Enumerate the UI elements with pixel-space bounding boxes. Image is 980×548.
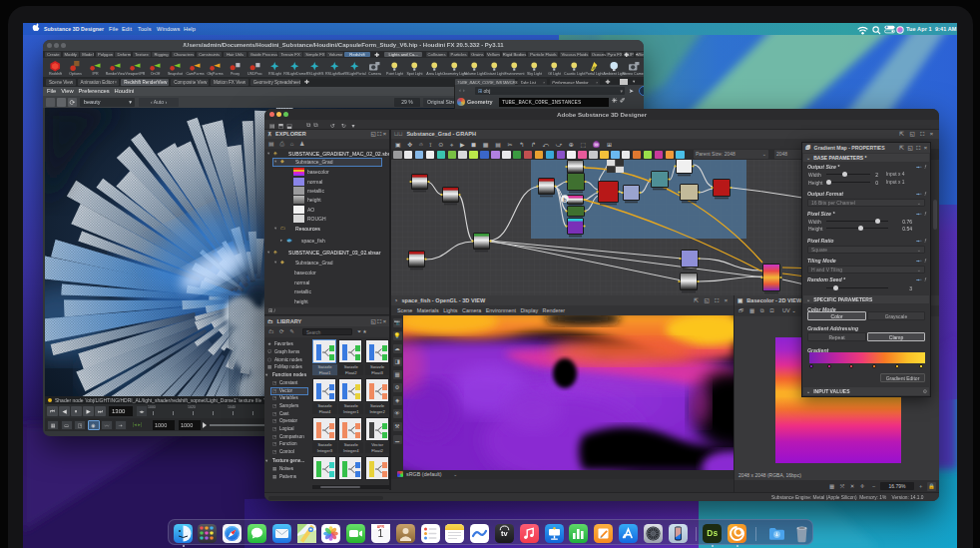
svg-text:b: b: [563, 197, 566, 203]
